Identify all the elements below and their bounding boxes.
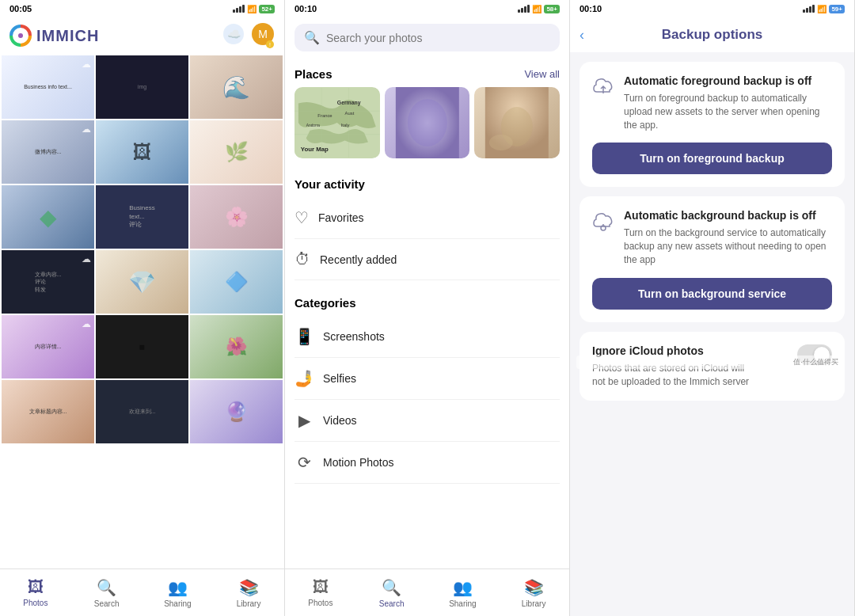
app-header: IMMICH ☁️ M ! <box>0 17 284 54</box>
svg-text:Andorra: Andorra <box>306 124 321 127</box>
photo-cell[interactable]: 🌸 <box>190 185 283 249</box>
nav-search-1[interactable]: 🔍 Search <box>71 569 142 616</box>
user-avatar[interactable]: M ! <box>251 22 275 49</box>
photo-cell[interactable]: 文章内容...评论转发 ☁ <box>2 250 94 314</box>
search-input[interactable] <box>326 32 550 44</box>
nav-search-2[interactable]: 🔍 Search <box>356 569 428 616</box>
photo-cell[interactable]: 微博内容... ☁ <box>2 120 94 184</box>
nav-library-label-2: Library <box>522 599 546 608</box>
battery-badge-3: 59+ <box>829 5 845 13</box>
bottom-nav-1: 🖼 Photos 🔍 Search 👥 Sharing 📚 Library <box>0 568 284 616</box>
svg-point-2 <box>18 33 23 38</box>
screenshots-item[interactable]: 📱 Screenshots <box>294 316 560 358</box>
nav-search-label-1: Search <box>94 599 120 608</box>
nav-search-label-2: Search <box>379 599 405 608</box>
photo-cell[interactable]: 文章标题内容... <box>2 380 94 443</box>
app-name: IMMICH <box>36 27 99 45</box>
photo-cell[interactable]: ▪ <box>96 315 188 378</box>
places-section-header: Places View all <box>294 58 560 87</box>
activity-label: Your activity <box>294 177 365 191</box>
place-photo-card-1[interactable] <box>385 87 470 158</box>
photo-cell[interactable]: 🔷 <box>190 250 283 314</box>
places-label: Places <box>294 67 332 81</box>
foreground-backup-text: Automatic foreground backup is off Turn … <box>624 74 832 131</box>
nav-photos-1[interactable]: 🖼 Photos <box>0 569 71 616</box>
background-backup-button[interactable]: Turn on background service <box>592 278 832 310</box>
bottom-nav-2: 🖼 Photos 🔍 Search 👥 Sharing 📚 Library <box>285 568 569 616</box>
search-bar[interactable]: 🔍 <box>294 24 560 51</box>
search-icon-2: 🔍 <box>304 30 320 45</box>
search-header: 🔍 <box>285 17 569 58</box>
photo-cell[interactable]: 🌿 <box>190 120 283 184</box>
sharing-nav-icon-1: 👥 <box>168 578 188 597</box>
upload-button[interactable]: ☁️ <box>222 23 245 48</box>
nav-photos-2[interactable]: 🖼 Photos <box>285 569 356 616</box>
signal-icon-3 <box>803 5 815 13</box>
foreground-backup-button[interactable]: Turn on foreground backup <box>592 143 832 174</box>
cloud-icon: ☁ <box>82 59 91 70</box>
svg-text:Italy: Italy <box>341 123 350 127</box>
logo-icon <box>10 25 32 47</box>
nav-library-1[interactable]: 📚 Library <box>213 569 284 616</box>
categories-section: Categories 📱 Screenshots 🤳 Selfies ▶ Vid… <box>294 287 560 484</box>
cloud-background-icon <box>592 211 614 238</box>
svg-point-21 <box>407 99 446 146</box>
photos-nav-icon: 🖼 <box>28 578 44 596</box>
wifi-icon-1: 📶 <box>247 5 256 13</box>
selfies-item[interactable]: 🤳 Selfies <box>294 358 560 400</box>
photo-cell[interactable]: Businesstext...评论 <box>96 185 188 249</box>
videos-label: Videos <box>323 414 357 427</box>
header-actions: ☁️ M ! <box>222 22 275 49</box>
photo-cell[interactable]: 欢迎来到... <box>96 380 188 443</box>
place-photo-card-2[interactable] <box>474 87 560 158</box>
foreground-backup-header: Automatic foreground backup is off Turn … <box>592 74 832 131</box>
activity-section-header: Your activity <box>294 168 560 197</box>
place-photo-svg-2 <box>474 87 560 158</box>
favorites-label: Favorites <box>318 211 364 224</box>
photo-cell[interactable]: 🖼 <box>96 120 188 184</box>
ignore-icloud-title: Ignore iCloud photos <box>592 344 750 357</box>
status-bar-1: 00:05 📶 52+ <box>0 0 284 17</box>
photo-cell[interactable]: 💎 <box>96 250 188 314</box>
recently-added-label: Recently added <box>320 253 397 266</box>
svg-text:M: M <box>258 28 268 40</box>
place-map-card[interactable]: Germany France Aust Andorra Italy Your M… <box>294 87 380 158</box>
nav-library-2[interactable]: 📚 Library <box>498 569 569 616</box>
photo-cell[interactable]: 内容详情... ☁ <box>2 315 94 378</box>
photo-cell[interactable]: Business info text... ☁ <box>2 55 94 119</box>
back-button[interactable]: ‹ <box>580 27 584 44</box>
photo-cell[interactable]: 🌊 <box>190 55 283 119</box>
status-bar-2: 00:10 📶 58+ <box>285 0 569 17</box>
nav-sharing-1[interactable]: 👥 Sharing <box>142 569 214 616</box>
library-nav-icon-2: 📚 <box>524 578 544 597</box>
svg-text:!: ! <box>269 42 271 48</box>
foreground-backup-description: Turn on foreground backup to automatical… <box>624 92 832 131</box>
recently-added-item[interactable]: ⏱ Recently added <box>294 239 560 280</box>
photo-cell[interactable]: 🔮 <box>190 380 283 443</box>
view-all-button[interactable]: View all <box>524 68 560 80</box>
categories-section-header: Categories <box>294 287 560 316</box>
photo-cell[interactable]: 🌺 <box>190 315 283 378</box>
selfies-icon: 🤳 <box>294 369 314 388</box>
svg-text:Aust: Aust <box>345 111 355 116</box>
photo-cell[interactable]: img <box>96 55 188 119</box>
nav-library-label-1: Library <box>237 599 261 608</box>
wifi-icon-2: 📶 <box>532 5 542 13</box>
svg-text:☁️: ☁️ <box>227 28 241 41</box>
videos-item[interactable]: ▶ Videos <box>294 400 560 442</box>
motion-photos-item[interactable]: ⟳ Motion Photos <box>294 442 560 484</box>
svg-text:Germany: Germany <box>337 100 361 106</box>
photo-cell[interactable]: ◆ <box>2 185 94 249</box>
videos-icon: ▶ <box>294 411 314 430</box>
categories-label: Categories <box>294 296 356 310</box>
status-time-3: 00:10 <box>580 4 602 13</box>
nav-sharing-2[interactable]: 👥 Sharing <box>428 569 499 616</box>
favorites-item[interactable]: ♡ Favorites <box>294 197 560 239</box>
activity-section: Your activity ♡ Favorites ⏱ Recently add… <box>294 168 560 280</box>
screenshots-icon: 📱 <box>294 327 314 346</box>
status-time-2: 00:10 <box>294 4 317 13</box>
backup-title: Backup options <box>662 27 763 43</box>
nav-sharing-label-1: Sharing <box>164 599 191 608</box>
photos-nav-icon-2: 🖼 <box>313 578 329 596</box>
battery-badge-2: 58+ <box>544 5 560 13</box>
